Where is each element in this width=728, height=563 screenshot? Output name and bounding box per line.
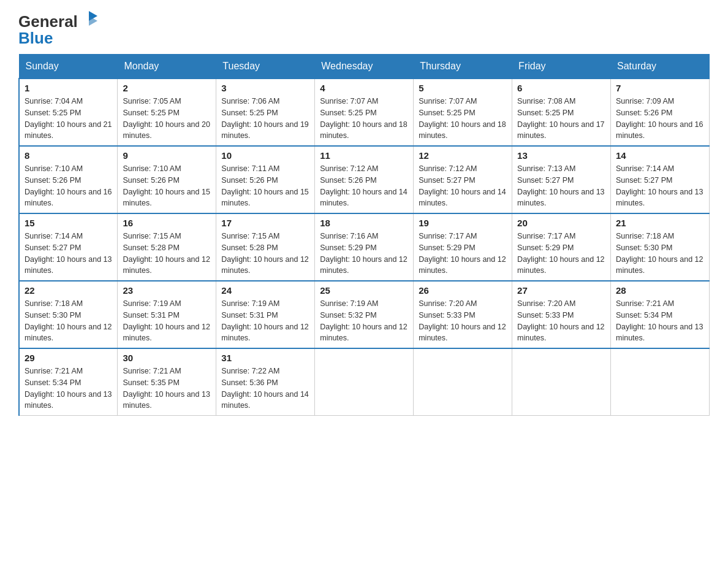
cell-info: Sunrise: 7:12 AMSunset: 5:27 PMDaylight:…	[419, 163, 507, 209]
cell-info: Sunrise: 7:19 AMSunset: 5:31 PMDaylight:…	[123, 298, 211, 344]
calendar-cell	[512, 348, 611, 416]
day-number: 27	[517, 285, 605, 296]
logo-flag-icon	[79, 10, 99, 29]
cell-info: Sunrise: 7:20 AMSunset: 5:33 PMDaylight:…	[419, 298, 507, 344]
calendar-cell: 30 Sunrise: 7:21 AMSunset: 5:35 PMDaylig…	[118, 348, 216, 416]
cell-info: Sunrise: 7:06 AMSunset: 5:25 PMDaylight:…	[221, 96, 309, 142]
calendar-cell: 27 Sunrise: 7:20 AMSunset: 5:33 PMDaylig…	[512, 281, 611, 348]
cell-info: Sunrise: 7:18 AMSunset: 5:30 PMDaylight:…	[616, 231, 704, 277]
cell-info: Sunrise: 7:21 AMSunset: 5:34 PMDaylight:…	[616, 298, 704, 344]
calendar-cell: 9 Sunrise: 7:10 AMSunset: 5:26 PMDayligh…	[118, 146, 216, 213]
calendar-cell: 19 Sunrise: 7:17 AMSunset: 5:29 PMDaylig…	[414, 213, 512, 281]
calendar-cell: 22 Sunrise: 7:18 AMSunset: 5:30 PMDaylig…	[19, 281, 118, 348]
cell-info: Sunrise: 7:04 AMSunset: 5:25 PMDaylight:…	[25, 96, 112, 142]
calendar-cell: 21 Sunrise: 7:18 AMSunset: 5:30 PMDaylig…	[611, 213, 710, 281]
calendar-cell: 6 Sunrise: 7:08 AMSunset: 5:25 PMDayligh…	[512, 79, 611, 146]
calendar-cell: 18 Sunrise: 7:16 AMSunset: 5:29 PMDaylig…	[315, 213, 414, 281]
calendar-cell: 16 Sunrise: 7:15 AMSunset: 5:28 PMDaylig…	[118, 213, 216, 281]
week-row-3: 15 Sunrise: 7:14 AMSunset: 5:27 PMDaylig…	[19, 213, 710, 281]
day-number: 13	[517, 150, 605, 161]
day-number: 6	[517, 83, 605, 93]
day-number: 11	[320, 150, 408, 161]
calendar-cell: 2 Sunrise: 7:05 AMSunset: 5:25 PMDayligh…	[118, 79, 216, 146]
cell-info: Sunrise: 7:22 AMSunset: 5:36 PMDaylight:…	[221, 366, 309, 412]
cell-info: Sunrise: 7:14 AMSunset: 5:27 PMDaylight:…	[616, 163, 704, 209]
day-number: 3	[221, 83, 309, 93]
cell-info: Sunrise: 7:08 AMSunset: 5:25 PMDaylight:…	[517, 96, 605, 142]
calendar-cell	[611, 348, 710, 416]
day-number: 7	[616, 83, 704, 93]
calendar-cell	[315, 348, 414, 416]
cell-info: Sunrise: 7:20 AMSunset: 5:33 PMDaylight:…	[517, 298, 605, 344]
calendar-cell: 23 Sunrise: 7:19 AMSunset: 5:31 PMDaylig…	[118, 281, 216, 348]
cell-info: Sunrise: 7:07 AMSunset: 5:25 PMDaylight:…	[419, 96, 507, 142]
day-number: 9	[123, 150, 211, 161]
cell-info: Sunrise: 7:21 AMSunset: 5:34 PMDaylight:…	[25, 366, 112, 412]
calendar-cell: 20 Sunrise: 7:17 AMSunset: 5:29 PMDaylig…	[512, 213, 611, 281]
calendar-cell: 26 Sunrise: 7:20 AMSunset: 5:33 PMDaylig…	[414, 281, 512, 348]
calendar-cell: 13 Sunrise: 7:13 AMSunset: 5:27 PMDaylig…	[512, 146, 611, 213]
day-number: 5	[419, 83, 507, 93]
day-number: 26	[419, 285, 507, 296]
day-number: 28	[616, 285, 704, 296]
cell-info: Sunrise: 7:17 AMSunset: 5:29 PMDaylight:…	[517, 231, 605, 277]
calendar-cell: 29 Sunrise: 7:21 AMSunset: 5:34 PMDaylig…	[19, 348, 118, 416]
cell-info: Sunrise: 7:16 AMSunset: 5:29 PMDaylight:…	[320, 231, 408, 277]
day-number: 17	[221, 218, 309, 228]
day-number: 23	[123, 285, 211, 296]
calendar-cell: 1 Sunrise: 7:04 AMSunset: 5:25 PMDayligh…	[19, 79, 118, 146]
cell-info: Sunrise: 7:21 AMSunset: 5:35 PMDaylight:…	[123, 366, 211, 412]
weekday-header-row: SundayMondayTuesdayWednesdayThursdayFrid…	[19, 55, 710, 79]
week-row-1: 1 Sunrise: 7:04 AMSunset: 5:25 PMDayligh…	[19, 79, 710, 146]
cell-info: Sunrise: 7:10 AMSunset: 5:26 PMDaylight:…	[25, 163, 112, 209]
day-number: 4	[320, 83, 408, 93]
cell-info: Sunrise: 7:17 AMSunset: 5:29 PMDaylight:…	[419, 231, 507, 277]
header-saturday: Saturday	[611, 55, 710, 79]
header-sunday: Sunday	[19, 55, 118, 79]
calendar-cell: 10 Sunrise: 7:11 AMSunset: 5:26 PMDaylig…	[216, 146, 315, 213]
day-number: 1	[25, 83, 112, 93]
day-number: 15	[25, 218, 112, 228]
calendar-cell: 11 Sunrise: 7:12 AMSunset: 5:26 PMDaylig…	[315, 146, 414, 213]
day-number: 2	[123, 83, 211, 93]
cell-info: Sunrise: 7:15 AMSunset: 5:28 PMDaylight:…	[221, 231, 309, 277]
calendar-cell: 24 Sunrise: 7:19 AMSunset: 5:31 PMDaylig…	[216, 281, 315, 348]
cell-info: Sunrise: 7:19 AMSunset: 5:32 PMDaylight:…	[320, 298, 408, 344]
calendar-cell: 15 Sunrise: 7:14 AMSunset: 5:27 PMDaylig…	[19, 213, 118, 281]
day-number: 20	[517, 218, 605, 228]
day-number: 16	[123, 218, 211, 228]
cell-info: Sunrise: 7:14 AMSunset: 5:27 PMDaylight:…	[25, 231, 112, 277]
day-number: 24	[221, 285, 309, 296]
calendar-cell: 4 Sunrise: 7:07 AMSunset: 5:25 PMDayligh…	[315, 79, 414, 146]
cell-info: Sunrise: 7:10 AMSunset: 5:26 PMDaylight:…	[123, 163, 211, 209]
calendar-cell: 31 Sunrise: 7:22 AMSunset: 5:36 PMDaylig…	[216, 348, 315, 416]
calendar-cell: 25 Sunrise: 7:19 AMSunset: 5:32 PMDaylig…	[315, 281, 414, 348]
week-row-2: 8 Sunrise: 7:10 AMSunset: 5:26 PMDayligh…	[19, 146, 710, 213]
calendar-cell: 5 Sunrise: 7:07 AMSunset: 5:25 PMDayligh…	[414, 79, 512, 146]
page-header: General Blue	[18, 12, 710, 48]
cell-info: Sunrise: 7:11 AMSunset: 5:26 PMDaylight:…	[221, 163, 309, 209]
day-number: 8	[25, 150, 112, 161]
cell-info: Sunrise: 7:18 AMSunset: 5:30 PMDaylight:…	[25, 298, 112, 344]
calendar-table: SundayMondayTuesdayWednesdayThursdayFrid…	[18, 54, 710, 416]
calendar-cell: 14 Sunrise: 7:14 AMSunset: 5:27 PMDaylig…	[611, 146, 710, 213]
cell-info: Sunrise: 7:19 AMSunset: 5:31 PMDaylight:…	[221, 298, 309, 344]
cell-info: Sunrise: 7:07 AMSunset: 5:25 PMDaylight:…	[320, 96, 408, 142]
day-number: 10	[221, 150, 309, 161]
day-number: 18	[320, 218, 408, 228]
day-number: 21	[616, 218, 704, 228]
calendar-cell: 17 Sunrise: 7:15 AMSunset: 5:28 PMDaylig…	[216, 213, 315, 281]
calendar-cell: 12 Sunrise: 7:12 AMSunset: 5:27 PMDaylig…	[414, 146, 512, 213]
header-friday: Friday	[512, 55, 611, 79]
cell-info: Sunrise: 7:13 AMSunset: 5:27 PMDaylight:…	[517, 163, 605, 209]
cell-info: Sunrise: 7:15 AMSunset: 5:28 PMDaylight:…	[123, 231, 211, 277]
day-number: 19	[419, 218, 507, 228]
cell-info: Sunrise: 7:12 AMSunset: 5:26 PMDaylight:…	[320, 163, 408, 209]
week-row-5: 29 Sunrise: 7:21 AMSunset: 5:34 PMDaylig…	[19, 348, 710, 416]
calendar-cell: 28 Sunrise: 7:21 AMSunset: 5:34 PMDaylig…	[611, 281, 710, 348]
header-thursday: Thursday	[414, 55, 512, 79]
day-number: 12	[419, 150, 507, 161]
logo-blue-text: Blue	[18, 29, 53, 48]
cell-info: Sunrise: 7:05 AMSunset: 5:25 PMDaylight:…	[123, 96, 211, 142]
day-number: 22	[25, 285, 112, 296]
